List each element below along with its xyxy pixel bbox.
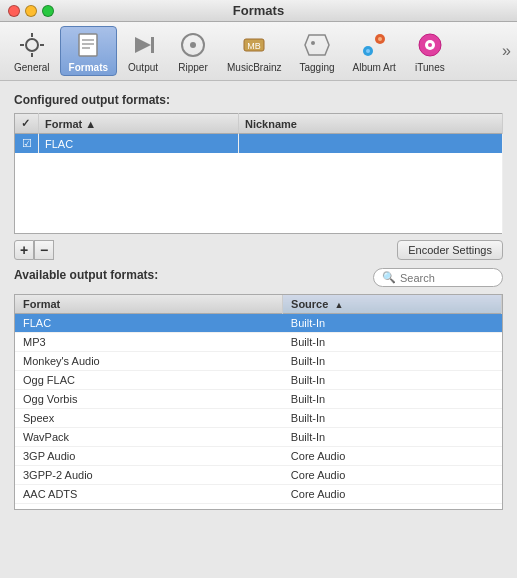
available-row-source: Core Audio xyxy=(283,503,502,509)
musicbrainz-icon: MB xyxy=(238,29,270,61)
configured-col-check: ✓ xyxy=(15,114,39,134)
available-row-format: Ogg FLAC xyxy=(15,370,283,389)
toolbar-formats[interactable]: Formats xyxy=(60,26,117,76)
available-header: Available output formats: 🔍 xyxy=(14,268,503,288)
titlebar-buttons xyxy=(8,5,54,17)
available-row[interactable]: 3GP AudioCore Audio xyxy=(15,446,502,465)
configured-row-check: ☑ xyxy=(15,134,39,154)
svg-point-20 xyxy=(366,49,370,53)
remove-format-button[interactable]: − xyxy=(34,240,54,260)
available-row-source: Built-In xyxy=(283,408,502,427)
available-row-source: Built-In xyxy=(283,389,502,408)
configured-empty-row xyxy=(15,153,503,173)
general-icon xyxy=(16,29,48,61)
svg-marker-9 xyxy=(135,37,151,53)
svg-point-23 xyxy=(428,43,432,47)
available-table-scroll[interactable]: FLACBuilt-InMP3Built-InMonkey's AudioBui… xyxy=(15,314,502,509)
toolbar-musicbrainz[interactable]: MB MusicBrainz xyxy=(219,27,289,75)
albumart-label: Album Art xyxy=(353,62,396,73)
search-box[interactable]: 🔍 xyxy=(373,268,503,287)
configured-empty-row xyxy=(15,213,503,233)
tagging-icon xyxy=(301,29,333,61)
toolbar-output[interactable]: Output xyxy=(119,27,167,75)
encoder-settings-button[interactable]: Encoder Settings xyxy=(397,240,503,260)
available-formats-container: Format Source ▲ FLACBuilt-InMP3Built-InM… xyxy=(14,294,503,510)
available-row-format: WavPack xyxy=(15,427,283,446)
available-row[interactable]: Ogg FLACBuilt-In xyxy=(15,370,502,389)
available-col-format[interactable]: Format xyxy=(15,295,283,314)
toolbar: General Formats Output Rip xyxy=(0,22,517,81)
available-row-format: FLAC xyxy=(15,314,283,333)
configured-row[interactable]: ☑ FLAC xyxy=(15,134,503,154)
available-row-format: AIFC xyxy=(15,503,283,509)
toolbar-general[interactable]: General xyxy=(6,27,58,75)
available-row-format: Speex xyxy=(15,408,283,427)
available-row-format: 3GP Audio xyxy=(15,446,283,465)
titlebar: Formats xyxy=(0,0,517,22)
available-col-source[interactable]: Source ▲ xyxy=(283,295,502,314)
window-title: Formats xyxy=(233,3,284,18)
maximize-button[interactable] xyxy=(42,5,54,17)
available-row-format: Monkey's Audio xyxy=(15,351,283,370)
available-section-title: Available output formats: xyxy=(14,268,158,282)
available-row[interactable]: 3GPP-2 AudioCore Audio xyxy=(15,465,502,484)
available-row-format: MP3 xyxy=(15,332,283,351)
ripper-icon xyxy=(177,29,209,61)
formats-label: Formats xyxy=(69,62,108,73)
available-row-source: Built-In xyxy=(283,314,502,333)
toolbar-itunes[interactable]: iTunes xyxy=(406,27,454,75)
configured-empty-row xyxy=(15,173,503,193)
svg-marker-15 xyxy=(305,35,329,55)
add-format-button[interactable]: + xyxy=(14,240,34,260)
ripper-label: Ripper xyxy=(178,62,207,73)
available-row[interactable]: AIFCCore Audio xyxy=(15,503,502,509)
available-row-source: Core Audio xyxy=(283,465,502,484)
minimize-button[interactable] xyxy=(25,5,37,17)
itunes-icon xyxy=(414,29,446,61)
available-row-format: 3GPP-2 Audio xyxy=(15,465,283,484)
toolbar-ripper[interactable]: Ripper xyxy=(169,27,217,75)
available-row[interactable]: Ogg VorbisBuilt-In xyxy=(15,389,502,408)
configured-col-format[interactable]: Format ▲ xyxy=(39,114,239,134)
available-row-source: Core Audio xyxy=(283,484,502,503)
svg-rect-10 xyxy=(151,37,154,53)
musicbrainz-label: MusicBrainz xyxy=(227,62,281,73)
toolbar-tagging[interactable]: Tagging xyxy=(292,27,343,75)
configured-formats-table: ✓ Format ▲ Nickname ☑ FLAC xyxy=(14,113,503,234)
albumart-icon xyxy=(358,29,390,61)
output-label: Output xyxy=(128,62,158,73)
toolbar-albumart[interactable]: Album Art xyxy=(345,27,404,75)
available-row-source: Built-In xyxy=(283,427,502,446)
available-row[interactable]: WavPackBuilt-In xyxy=(15,427,502,446)
close-button[interactable] xyxy=(8,5,20,17)
toolbar-expand[interactable]: » xyxy=(502,42,511,60)
configured-col-nickname: Nickname xyxy=(239,114,503,134)
available-row[interactable]: AAC ADTSCore Audio xyxy=(15,484,502,503)
available-row[interactable]: FLACBuilt-In xyxy=(15,314,502,333)
available-formats-table: Format Source ▲ xyxy=(15,295,502,314)
search-input[interactable] xyxy=(400,272,494,284)
svg-point-16 xyxy=(311,41,315,45)
configured-row-nickname xyxy=(239,134,503,154)
search-icon: 🔍 xyxy=(382,271,396,284)
svg-rect-5 xyxy=(79,34,97,56)
svg-text:MB: MB xyxy=(248,41,262,51)
formats-icon xyxy=(72,29,104,61)
configured-row-format: FLAC xyxy=(39,134,239,154)
available-row-source: Built-In xyxy=(283,351,502,370)
svg-point-0 xyxy=(26,39,38,51)
general-label: General xyxy=(14,62,50,73)
available-formats-data-table: FLACBuilt-InMP3Built-InMonkey's AudioBui… xyxy=(15,314,502,509)
svg-point-18 xyxy=(378,37,382,41)
available-row[interactable]: Monkey's AudioBuilt-In xyxy=(15,351,502,370)
configured-empty-row xyxy=(15,193,503,213)
available-row[interactable]: MP3Built-In xyxy=(15,332,502,351)
available-row-format: Ogg Vorbis xyxy=(15,389,283,408)
configured-section-title: Configured output formats: xyxy=(14,93,503,107)
tagging-label: Tagging xyxy=(300,62,335,73)
configured-table-buttons: + − Encoder Settings xyxy=(14,240,503,260)
available-row[interactable]: SpeexBuilt-In xyxy=(15,408,502,427)
output-icon xyxy=(127,29,159,61)
available-row-source: Core Audio xyxy=(283,446,502,465)
main-content: Configured output formats: ✓ Format ▲ Ni… xyxy=(0,81,517,522)
